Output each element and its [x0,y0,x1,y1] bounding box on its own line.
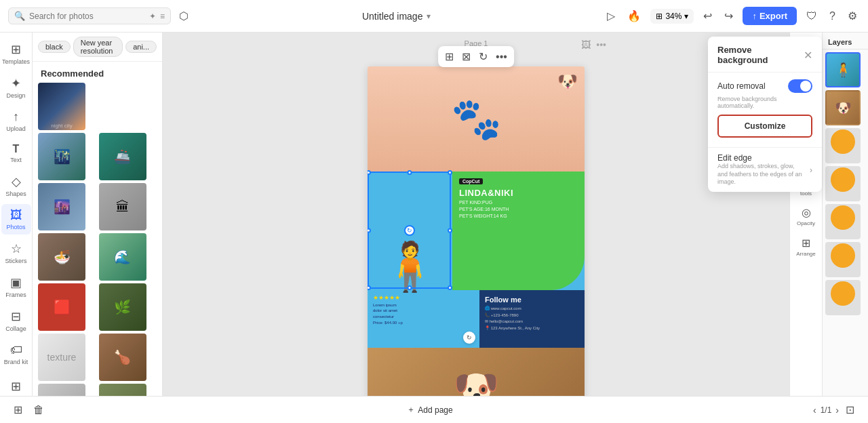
auto-removal-sub: Remove backgrounds automatically. [717,96,812,109]
top-bar-center: ⬡ Untitled image ▾ [179,9,596,22]
add-page-btn[interactable]: ＋ Add page [407,404,452,416]
photo-item[interactable]: 🍗 [99,334,146,381]
main-body: ⊞ Templates ✦ Design ↑ Upload T Text ◇ S… [0,33,868,396]
plugins-icon: ⊞ [11,379,21,394]
selection-border: ↻ [368,172,451,289]
burn-tool-btn[interactable]: 🔥 [625,7,644,25]
crop-icon[interactable]: ⊠ [460,49,472,64]
top-bar-left: 🔍 ✦ ≡ [8,7,171,24]
sidebar-item-text[interactable]: T Text [1,139,31,167]
sidebar-item-design[interactable]: ✦ Design [1,72,31,103]
canvas-more-icon[interactable]: ••• [596,39,606,50]
photo-item[interactable]: pattern [38,384,85,396]
sidebar-item-shapes[interactable]: ◇ Shapes [1,170,31,201]
toggle-knob [800,81,811,92]
float-toolbar: ⊞ ⊠ ↻ ••• [438,46,514,67]
sidebar-item-stickers[interactable]: ☆ Stickers [1,237,31,268]
customize-button[interactable]: Customize [717,115,812,138]
search-box[interactable]: 🔍 ✦ ≡ [8,7,171,24]
tag-black[interactable]: black [38,41,71,53]
popup-auto-removal: Auto removal Remove backgrounds automati… [708,73,822,147]
export-icon: ↑ [752,11,757,21]
edit-edge-chevron: › [810,165,812,175]
tag-ani[interactable]: ani... [125,41,157,53]
photo-item[interactable]: 🍜 [38,233,85,281]
shield-icon-btn[interactable]: 🛡 [804,7,820,25]
sidebar-item-upload[interactable]: ↑ Upload [1,106,31,136]
prev-page-btn[interactable]: ‹ [813,405,816,416]
photo-item[interactable]: 🌆 [38,183,85,230]
rotate-icon[interactable]: ↻ [477,49,489,64]
more-options-icon[interactable]: ••• [494,49,509,64]
sidebar-item-frames[interactable]: ▣ Frames [1,271,31,302]
pug-emoji: 🐾 [451,95,502,143]
photo-item[interactable]: night city [38,83,85,130]
layer-item[interactable] [825,204,861,239]
edit-edge-sub: Add shadows, strokes, glow, and feathers… [717,163,806,186]
dropdown-icon[interactable]: ▾ [427,12,431,21]
handle-tr [448,170,452,175]
canvas-design: 🐾 🐶 🧍 [368,66,585,396]
select-tool-btn[interactable]: ▷ [604,7,618,25]
next-page-btn[interactable]: › [835,405,839,416]
bottom-bar: ⊞ 🗑 ＋ Add page ‹ 1/1 › ⊡ [0,396,868,423]
help-icon-btn[interactable]: ? [827,7,838,25]
search-icon: 🔍 [14,11,25,21]
tool-opacity[interactable]: ◎ Opacity [791,202,821,231]
photo-item[interactable]: 🌿 [99,283,146,331]
info-card: CopCut LINDA&NIKI PET KIND:PUG PET'S AGE… [452,172,585,290]
sidebar-item-plugins[interactable]: ⊞ Plugins [1,375,31,396]
review-rotate-icon[interactable]: ↻ [463,331,475,344]
zoom-chevron: ▾ [684,12,688,21]
templates-icon: ⊞ [11,42,21,57]
settings-icon-btn[interactable]: ⚙ [845,7,860,25]
redo-btn[interactable]: ↪ [722,7,736,25]
resize-icon[interactable]: ⊞ [443,49,455,64]
auto-removal-label: Auto removal [717,81,766,91]
photo-item[interactable]: 🏛 [99,183,146,230]
popup-close-btn[interactable]: ✕ [804,49,812,62]
text-icon: T [13,143,20,155]
photo-item[interactable]: 🌃 [38,133,85,180]
zoom-value: 34% [665,12,682,21]
ai-search-icon: ✦ [149,12,156,21]
photo-item[interactable]: 🌊 [99,233,146,281]
photos-icon: 🖼 [10,208,22,222]
rotate-handle[interactable]: ↻ [404,225,415,236]
sidebar-item-brandkit[interactable]: 🏷 Brand kit [1,339,31,369]
tool-arrange[interactable]: ⊞ Arrange [791,233,821,262]
canvas-area[interactable]: Page 1 🖼 ••• ⊞ ⊠ ↻ ••• 🐾 🐶 [163,33,789,396]
duplicate-btn[interactable]: ⊞ [11,401,25,419]
zoom-control[interactable]: ⊞ 34% ▾ [650,9,694,24]
shapes-icon: ◇ [12,174,21,189]
photo-grid: night city 🌃 🚢 🌆 🏛 🍜 🌊 🟥 🌿 texture 🍗 pat… [33,83,162,396]
undo-btn[interactable]: ↩ [701,7,715,25]
auto-removal-toggle[interactable] [788,79,812,93]
pug-bottom-emoji: 🐶 [453,367,500,397]
layer-item[interactable] [825,280,861,315]
photo-item[interactable]: 🥩 [99,384,146,396]
opacity-icon: ◎ [802,206,811,219]
pug-top-section: 🐾 🐶 [368,66,585,172]
photo-item[interactable]: 🟥 [38,283,85,331]
search-input[interactable] [29,12,145,21]
layer-item[interactable] [825,128,861,163]
layer-item[interactable]: 🐶 [825,90,861,125]
layer-item[interactable] [825,166,861,201]
canvas-image-icon: 🖼 [581,39,591,50]
layer-item[interactable]: 🧍 [825,52,861,87]
export-button[interactable]: ↑ Export [743,7,797,25]
handle-mr [448,228,452,233]
delete-btn[interactable]: 🗑 [31,401,47,419]
tag-newyear[interactable]: New year resolution [73,37,123,57]
sidebar-item-collage[interactable]: ⊟ Collage [1,305,31,336]
edit-edge-row[interactable]: Edit edge Add shadows, strokes, glow, an… [708,147,822,192]
photo-item[interactable]: texture [38,334,85,381]
sidebar-item-photos[interactable]: 🖼 Photos [1,204,31,235]
fullscreen-btn[interactable]: ⊡ [843,401,857,419]
layer-item[interactable] [825,242,861,277]
handle-tm [407,170,412,175]
sidebar-item-templates[interactable]: ⊞ Templates [1,38,31,69]
sparkle-icon: ⬡ [179,9,189,22]
photo-item[interactable]: 🚢 [99,133,146,180]
